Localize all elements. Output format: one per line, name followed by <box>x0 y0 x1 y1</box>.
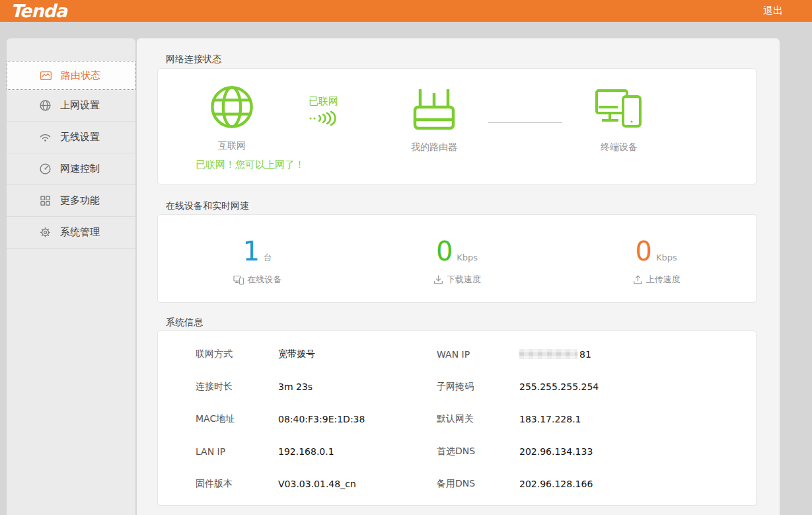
system-info-row: LAN IP 192.168.0.1 首选DNS 202.96.134.133 <box>158 435 756 467</box>
lan-ip-value: 192.168.0.1 <box>278 446 437 457</box>
connection-status-card: 互联网 已联网 我的路由器 <box>157 68 757 184</box>
stats-section-title: 在线设备和实时网速 <box>166 200 249 212</box>
wan-ip-value: 81 <box>519 349 756 360</box>
sidebar-item-label: 系统管理 <box>60 226 100 239</box>
mac-address-label: MAC地址 <box>196 413 278 425</box>
globe-icon <box>39 99 52 112</box>
top-header-bar: Tenda 退出 <box>0 0 812 22</box>
speedometer-icon <box>39 163 52 175</box>
primary-dns-label: 首选DNS <box>437 446 519 457</box>
lan-ip-label: LAN IP <box>196 446 278 457</box>
tenda-logo: Tenda <box>11 1 67 21</box>
sidebar-nav: 路由状态 上网设置 无线设置 <box>7 38 135 515</box>
router-icon <box>412 87 456 132</box>
primary-dns-value: 202.96.134.133 <box>519 446 756 457</box>
download-speed-unit: Kbps <box>457 253 478 262</box>
firmware-version-label: 固件版本 <box>196 478 278 490</box>
download-speed-value: 0 <box>436 236 453 266</box>
sidebar-item-label: 上网设置 <box>60 99 100 112</box>
mac-address-value: 08:40:F3:9E:1D:38 <box>278 414 437 424</box>
connection-section-title: 网络连接状态 <box>166 54 221 65</box>
upload-speed-stat: 0Kbps 上传速度 <box>556 215 756 302</box>
sidebar-item-internet-settings[interactable]: 上网设置 <box>7 90 135 122</box>
connection-type-label: 联网方式 <box>196 348 278 360</box>
connection-message: 已联网！您可以上网了！ <box>196 159 305 171</box>
system-info-row: 联网方式 宽带拨号 WAN IP 81 <box>158 338 756 370</box>
sidebar-item-speed-control[interactable]: 网速控制 <box>7 153 135 185</box>
upload-speed-label: 上传速度 <box>646 274 681 286</box>
link-status-text: 已联网 <box>309 95 338 108</box>
online-devices-label: 在线设备 <box>247 274 281 286</box>
sidebar-item-label: 无线设置 <box>60 131 100 143</box>
terminal-devices-icon <box>595 89 643 130</box>
system-info-card: 联网方式 宽带拨号 WAN IP 81 连接时长 3m 23s 子网掩码 255… <box>157 331 757 506</box>
sidebar-item-label: 路由状态 <box>61 69 100 82</box>
subnet-mask-label: 子网掩码 <box>437 381 519 393</box>
subnet-mask-value: 255.255.255.254 <box>519 381 756 392</box>
download-icon <box>433 274 444 286</box>
status-chart-icon <box>40 69 52 82</box>
online-devices-stat: 1台 在线设备 <box>158 215 357 302</box>
wan-ip-label: WAN IP <box>437 349 519 360</box>
devices-mini-icon <box>233 274 244 286</box>
default-gateway-label: 默认网关 <box>437 413 519 425</box>
online-devices-unit: 台 <box>264 253 272 262</box>
internet-globe-icon <box>209 85 254 130</box>
connection-divider <box>488 122 562 123</box>
sidebar-item-label: 更多功能 <box>60 194 100 207</box>
internet-label: 互联网 <box>209 140 254 152</box>
online-devices-value: 1 <box>243 236 260 266</box>
upload-speed-unit: Kbps <box>656 253 677 262</box>
uptime-value: 3m 23s <box>278 381 437 392</box>
logout-button[interactable]: 退出 <box>763 0 783 22</box>
secondary-dns-label: 备用DNS <box>437 478 519 490</box>
devices-label: 终端设备 <box>595 141 643 153</box>
sidebar-item-wireless-settings[interactable]: 无线设置 <box>7 122 135 153</box>
router-label: 我的路由器 <box>402 141 466 153</box>
main-content: 网络连接状态 互联网 已联网 <box>137 38 780 515</box>
default-gateway-value: 183.17.228.1 <box>519 414 756 424</box>
sidebar-item-more-functions[interactable]: 更多功能 <box>7 185 135 217</box>
system-info-row: 连接时长 3m 23s 子网掩码 255.255.255.254 <box>158 370 756 403</box>
secondary-dns-value: 202.96.128.166 <box>519 479 756 489</box>
system-info-row: 固件版本 V03.03.01.48_cn 备用DNS 202.96.128.16… <box>158 467 756 500</box>
system-info-row: MAC地址 08:40:F3:9E:1D:38 默认网关 183.17.228.… <box>158 403 756 435</box>
wan-ip-masked-block <box>519 349 577 359</box>
grid-icon <box>39 194 52 207</box>
signal-waves-icon <box>309 108 342 130</box>
sidebar-item-label: 网速控制 <box>60 163 100 175</box>
firmware-version-value: V03.03.01.48_cn <box>278 479 437 489</box>
sidebar-item-system-management[interactable]: 系统管理 <box>7 217 135 249</box>
upload-icon <box>632 274 644 286</box>
system-section-title: 系统信息 <box>166 317 203 329</box>
gear-icon <box>39 226 52 239</box>
sidebar-item-router-status[interactable]: 路由状态 <box>7 61 135 90</box>
wifi-icon <box>39 131 52 143</box>
stats-card: 1台 在线设备 0Kbps <box>157 214 757 303</box>
upload-speed-value: 0 <box>636 236 652 266</box>
connection-type-value: 宽带拨号 <box>278 348 437 360</box>
uptime-label: 连接时长 <box>196 381 278 393</box>
download-speed-label: 下载速度 <box>447 274 481 286</box>
download-speed-stat: 0Kbps 下载速度 <box>357 215 557 302</box>
